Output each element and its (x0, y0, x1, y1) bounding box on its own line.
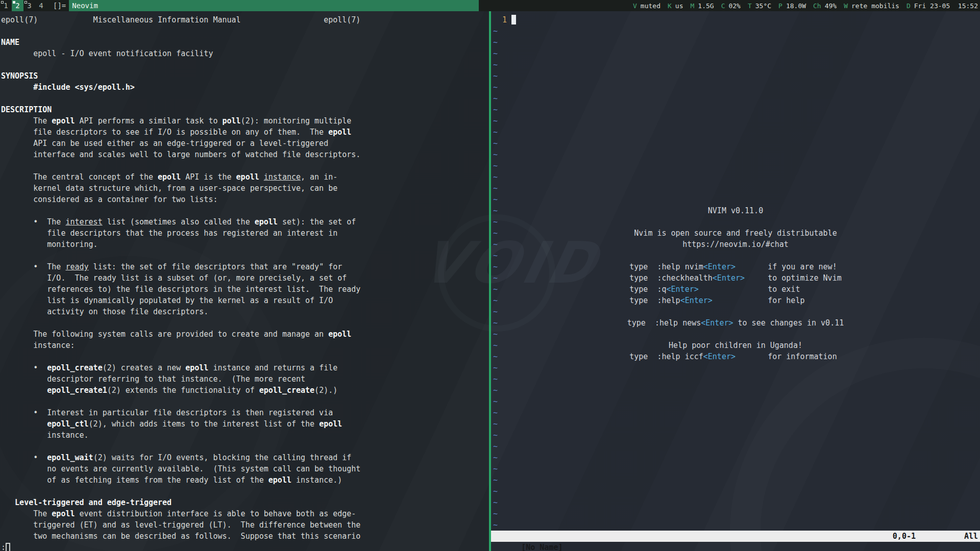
man-line: API can be used either as an edge-trigge… (1, 138, 489, 149)
status-t: T35°C (748, 2, 771, 10)
nvim-empty-line: ~ (493, 362, 980, 373)
nvim-empty-line: ~ (493, 497, 980, 508)
status-key: M (690, 2, 694, 10)
nvim-empty-line: ~ (493, 37, 980, 48)
status-w: Wrete mobilis (844, 2, 899, 10)
man-line: list is dynamically populated by the ker… (1, 295, 489, 306)
nvim-empty-line: ~ (493, 93, 980, 104)
nvim-empty-line: ~ (493, 171, 980, 183)
nvim-empty-line: ~ (493, 329, 980, 340)
man-line: considered as a container for two lists: (1, 194, 489, 205)
nvim-line-1: 1 (493, 14, 980, 26)
status-value: 1.5G (698, 2, 714, 10)
man-line: file descriptors to see if I/O is possib… (1, 127, 489, 138)
nvim-empty-line: ~ (493, 216, 980, 228)
man-line: • epoll_create(2) creates a new epoll in… (1, 362, 489, 373)
man-line: no events are currently available. (This… (1, 463, 489, 474)
terminal-pane[interactable]: epoll(7) Miscellaneous Information Manua… (0, 11, 489, 551)
window-separator[interactable] (489, 11, 491, 551)
status-value: 02% (728, 2, 740, 10)
man-line: triggered (ET) and as level-triggered (L… (1, 519, 489, 531)
man-line: • The interest list (sometimes also call… (1, 216, 489, 228)
nvim-empty-line: ~ (493, 385, 980, 396)
nvim-intro-line: type :help news<Enter> to see changes in… (491, 317, 980, 329)
nvim-intro-line: NVIM v0.11.0 (491, 205, 980, 216)
man-line (1, 160, 489, 171)
tag-1[interactable]: 1 (0, 0, 12, 11)
nvim-intro-line: type :checkhealth<Enter> to optimize Nvi… (491, 272, 980, 284)
man-line (1, 59, 489, 70)
nvim-empty-line: ~ (493, 373, 980, 385)
man-line: monitoring. (1, 239, 489, 250)
nvim-empty-line: ~ (493, 138, 980, 149)
man-line: The central concept of the epoll API is … (1, 171, 489, 183)
man-line: instance: (1, 340, 489, 351)
tag-label: 3 (27, 2, 31, 10)
man-line: DESCRIPTION (1, 104, 489, 115)
status-key: V (633, 2, 637, 10)
tag-3[interactable]: 3 (23, 0, 35, 11)
man-line: descriptor referring to that instance. (… (1, 373, 489, 385)
top-bar: 1234 []= Neovim VmutedKusM1.5GC02%T35°CP… (0, 0, 980, 11)
man-line (1, 205, 489, 216)
nvim-intro-line: Nvim is open source and freely distribut… (491, 228, 980, 239)
nvim-empty-line: ~ (493, 474, 980, 486)
status-key: K (668, 2, 672, 10)
nvim-filename: [No Name] (521, 543, 562, 551)
nvim-intro-line: type :help iccf<Enter> for information (491, 351, 980, 362)
tag-4[interactable]: 4 (35, 0, 47, 11)
status-ch: Ch49% (813, 2, 837, 10)
nvim-empty-line: ~ (493, 127, 980, 138)
man-line: • The ready list: the set of file descri… (1, 261, 489, 272)
status-key: W (844, 2, 848, 10)
status-value: us (675, 2, 683, 10)
nvim-intro-line: type :q<Enter> to exit (491, 284, 980, 295)
man-line: two mechanisms can be described as follo… (1, 531, 489, 542)
desktop: 1234 []= Neovim VmutedKusM1.5GC02%T35°CP… (0, 0, 980, 551)
status-value: 49% (825, 2, 837, 10)
nvim-empty-line: ~ (493, 306, 980, 317)
nvim-intro-line: https://neovim.io/#chat (491, 239, 980, 250)
status-v: Vmuted (633, 2, 660, 10)
nvim-empty-line: ~ (493, 115, 980, 127)
nvim-intro-line: type :help<Enter> for help (491, 295, 980, 306)
status-key: Ch (813, 2, 821, 10)
man-line: interface and scales well to large numbe… (1, 149, 489, 160)
status-key: P (778, 2, 782, 10)
nvim-ruler: 0,0-1 (893, 531, 916, 542)
man-line: epoll_create1(2) extends the functionali… (1, 385, 489, 396)
man-line: Level-triggered and edge-triggered (1, 497, 489, 508)
status-p: P18.0W (778, 2, 806, 10)
man-line (1, 93, 489, 104)
man-line (1, 486, 489, 497)
tag-client-indicator (24, 1, 27, 4)
nvim-empty-line: ~ (493, 519, 980, 531)
man-line: kernel data structure which, from a user… (1, 183, 489, 194)
status-value: muted (641, 2, 660, 10)
man-line: The epoll event distribution interface i… (1, 508, 489, 519)
terminal-cursor (6, 543, 10, 551)
nvim-empty-line: ~ (493, 70, 980, 82)
man-line: #include <sys/epoll.h> (1, 82, 489, 93)
layout-symbol[interactable]: []= (53, 0, 66, 11)
pager-prompt[interactable]: : (1, 542, 489, 551)
nvim-empty-line: ~ (493, 183, 980, 194)
status-d: DFri 23-05 15:52 (906, 2, 978, 10)
window-title-text: Neovim (72, 2, 98, 10)
status-k: Kus (668, 2, 683, 10)
man-line: • Interest in particular file descriptor… (1, 407, 489, 418)
man-page: epoll(7) Miscellaneous Information Manua… (0, 11, 489, 551)
nvim-empty-line: ~ (493, 82, 980, 93)
tag-2[interactable]: 2 (12, 0, 23, 11)
nvim-empty-line: ~ (493, 160, 980, 171)
man-line: epoll_ctl(2), which adds items to the in… (1, 418, 489, 430)
nvim-empty-line: ~ (493, 26, 980, 37)
nvim-empty-line: ~ (493, 486, 980, 497)
status-c: C02% (721, 2, 741, 10)
nvim-empty-line: ~ (493, 194, 980, 205)
man-line (1, 441, 489, 452)
nvim-pane[interactable]: 1 ~~~~~~~~~~~~~~~~~~~~~~~~~~~~~~~~~~~~~~… (491, 11, 980, 551)
nvim-empty-line: ~ (493, 48, 980, 59)
nvim-cursor (511, 15, 516, 24)
nvim-empty-line: ~ (493, 149, 980, 160)
